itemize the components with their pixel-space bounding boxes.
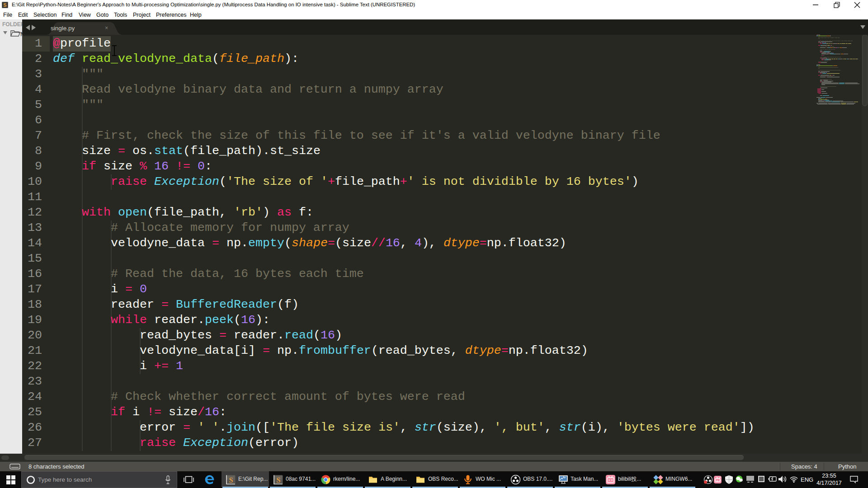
svg-text:×: × bbox=[105, 25, 108, 31]
svg-text:S: S bbox=[229, 476, 233, 484]
svg-text:S: S bbox=[3, 2, 6, 8]
svg-text:S: S bbox=[277, 476, 281, 484]
svg-text:single.py: single.py bbox=[51, 25, 75, 32]
